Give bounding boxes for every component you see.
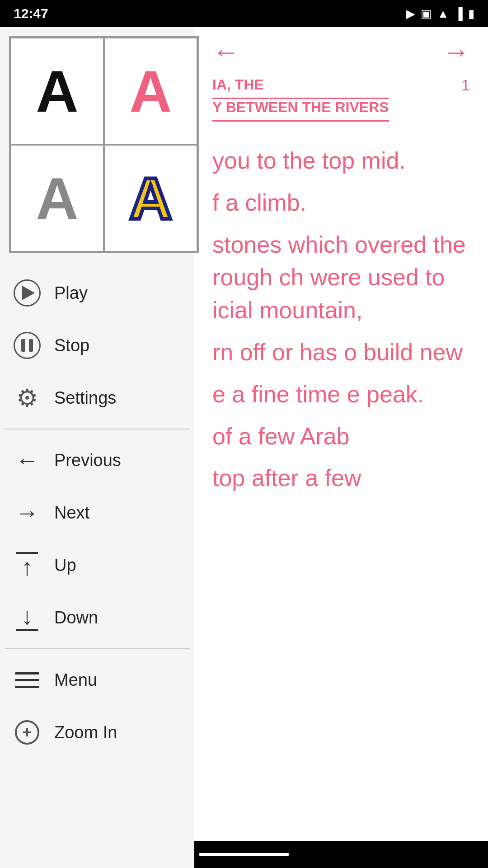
zoom-in-menu-item[interactable]: + Zoom In: [5, 706, 190, 759]
play-label: Play: [54, 283, 88, 303]
settings-menu-item[interactable]: ⚙ Settings: [5, 372, 190, 424]
menu-menu-item[interactable]: Menu: [5, 654, 190, 706]
menu-line-3: [15, 686, 39, 688]
next-menu-item[interactable]: Next: [5, 486, 190, 539]
font-cell-pink[interactable]: A: [104, 38, 197, 145]
nav-back-button[interactable]: ←: [212, 36, 239, 67]
font-cell-blue-yellow[interactable]: A: [104, 145, 197, 252]
right-panel: ← → IA, THE Y BETWEEN THE RIVERS 1 you t…: [194, 27, 488, 868]
book-text: you to the top mid. f a climb. stones wh…: [194, 131, 488, 517]
arrow-left-icon-container: [14, 447, 41, 474]
stop-label: Stop: [54, 336, 89, 355]
nav-forward-button[interactable]: →: [443, 36, 470, 67]
up-arrow: [21, 555, 33, 579]
gear-icon: ⚙: [16, 384, 38, 412]
menu-items: Play Stop ⚙ Settings: [0, 258, 194, 768]
arrow-right-icon-container: [14, 499, 41, 526]
play-notification-icon: ▶: [406, 7, 415, 21]
zoom-in-icon: +: [15, 720, 39, 745]
paragraph-3: stones which overed the rough ch were us…: [212, 228, 470, 327]
stop-menu-item[interactable]: Stop: [5, 319, 190, 372]
up-label: Up: [54, 556, 76, 575]
nav-arrows: ← →: [194, 27, 488, 76]
pause-icon: [14, 332, 41, 359]
battery-icon: ▮: [468, 7, 474, 21]
play-menu-item[interactable]: Play: [5, 267, 190, 319]
font-sample-black: A: [36, 57, 79, 125]
zoom-in-icon-container: +: [14, 719, 41, 746]
zoom-in-label: Zoom In: [54, 723, 117, 742]
chapter-title: IA, THE: [212, 76, 389, 99]
font-cell-gray[interactable]: A: [10, 145, 104, 252]
down-icon: [16, 604, 38, 631]
font-style-grid: A A A A: [9, 36, 199, 253]
next-label: Next: [54, 503, 89, 523]
font-sample-gray: A: [36, 165, 79, 232]
chapter-number: 1: [461, 76, 470, 94]
sim-icon: ▣: [421, 7, 432, 21]
menu-icon-container: [14, 666, 41, 693]
arrow-left-icon: [15, 447, 39, 474]
status-icons: ▶ ▣ ▲ ▐ ▮: [406, 7, 474, 21]
menu-icon: [15, 672, 39, 688]
signal-icon: ▐: [455, 7, 463, 21]
home-bar: [199, 853, 289, 856]
up-menu-item[interactable]: Up: [5, 539, 190, 591]
paragraph-5: e a fine time e peak.: [212, 378, 470, 411]
paragraph-2: f a climb.: [212, 186, 470, 219]
down-arrow: [21, 604, 33, 628]
pause-bar-1: [21, 339, 25, 352]
play-icon: [14, 279, 41, 307]
chapter-title-area: IA, THE Y BETWEEN THE RIVERS: [212, 76, 389, 122]
pause-bar-2: [29, 339, 33, 352]
paragraph-4: rn off or has o build new: [212, 336, 470, 369]
previous-menu-item[interactable]: Previous: [5, 434, 190, 486]
divider-1: [5, 429, 190, 429]
menu-line-2: [15, 679, 39, 681]
up-icon-container: [14, 552, 41, 579]
menu-line-1: [15, 672, 39, 675]
font-sample-pink: A: [130, 57, 172, 125]
down-bar: [16, 629, 38, 631]
arrow-right-icon: [15, 499, 39, 526]
font-cell-black[interactable]: A: [10, 38, 104, 145]
down-menu-item[interactable]: Down: [5, 591, 190, 644]
status-time: 12:47: [14, 6, 48, 21]
paragraph-7: top after a few: [212, 462, 470, 495]
divider-2: [5, 648, 190, 649]
previous-label: Previous: [54, 451, 121, 470]
left-panel: A A A A Play: [0, 27, 194, 868]
down-icon-container: [14, 604, 41, 631]
paragraph-6: of a few Arab: [212, 420, 470, 453]
chapter-subtitle: Y BETWEEN THE RIVERS: [212, 99, 389, 122]
status-bar: 12:47 ▶ ▣ ▲ ▐ ▮: [0, 0, 488, 27]
play-triangle: [22, 286, 35, 300]
up-icon: [16, 552, 38, 579]
chapter-header: IA, THE Y BETWEEN THE RIVERS 1: [194, 76, 488, 131]
down-label: Down: [54, 608, 98, 627]
main-container: A A A A Play: [0, 27, 488, 868]
pause-icon-container: [14, 332, 41, 359]
paragraph-1: you to the top mid.: [212, 144, 470, 177]
gear-icon-container: ⚙: [14, 384, 41, 411]
settings-label: Settings: [54, 388, 116, 408]
play-icon-container: [14, 279, 41, 307]
font-sample-blue-yellow: A: [130, 165, 172, 232]
menu-label: Menu: [54, 670, 97, 690]
wifi-icon: ▲: [437, 7, 449, 21]
